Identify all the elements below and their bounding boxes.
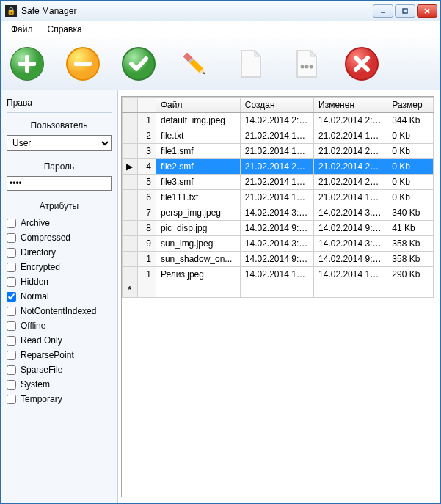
attr-row[interactable]: Temporary	[7, 392, 112, 406]
cell-size[interactable]: 0 Kb	[387, 159, 434, 175]
attr-checkbox[interactable]	[7, 233, 16, 243]
cell-size[interactable]: 0 Kb	[387, 175, 434, 190]
table-row[interactable]: 1default_img.jpeg14.02.2014 2:54:...14.0…	[123, 113, 434, 128]
cell-created[interactable]: 14.02.2014 9:43:...	[240, 252, 313, 267]
attr-checkbox[interactable]	[7, 277, 16, 287]
cell-file[interactable]: sun_shadow_on...	[156, 252, 240, 267]
cell-created[interactable]: 21.02.2014 17:2...	[240, 144, 313, 159]
cell-file[interactable]: file111.txt	[156, 190, 240, 205]
cell-modified[interactable]: 21.02.2014 21:4...	[314, 144, 387, 159]
cell-created[interactable]: 21.02.2014 17:2...	[240, 128, 313, 144]
table-row[interactable]: 6file111.txt21.02.2014 17:2...21.02.2014…	[123, 190, 434, 205]
attr-row[interactable]: Offline	[7, 318, 112, 333]
col-rownum[interactable]	[137, 98, 156, 113]
attr-row[interactable]: Hidden	[7, 274, 112, 289]
delete-button[interactable]	[344, 46, 379, 81]
attr-checkbox[interactable]	[7, 307, 16, 316]
col-file[interactable]: Файл	[156, 98, 240, 113]
cell-file[interactable]: file.txt	[156, 128, 240, 144]
attr-checkbox[interactable]	[7, 395, 16, 404]
cell-size[interactable]: 290 Kb	[387, 267, 434, 282]
cell-size[interactable]: 0 Kb	[387, 128, 434, 144]
cell-file[interactable]: pic_disp.jpg	[156, 221, 240, 236]
cell-size[interactable]: 0 Kb	[387, 190, 434, 205]
cell-file[interactable]: default_img.jpeg	[156, 113, 240, 128]
edit-button[interactable]	[177, 46, 212, 81]
attr-row[interactable]: Compressed	[7, 230, 112, 245]
minimize-button[interactable]	[373, 4, 393, 18]
table-row[interactable]: 1Релиз.jpeg14.02.2014 12:5...14.02.2014 …	[123, 267, 434, 282]
attr-row[interactable]: Directory	[7, 245, 112, 260]
attr-checkbox[interactable]	[7, 380, 16, 390]
attr-checkbox[interactable]	[7, 219, 16, 228]
cell-created[interactable]: 14.02.2014 12:5...	[240, 267, 313, 282]
cell-size[interactable]: 0 Kb	[387, 144, 434, 159]
maximize-button[interactable]	[395, 4, 415, 18]
cell-created[interactable]: 14.02.2014 3:21:...	[240, 236, 313, 252]
attr-row[interactable]: NotContentIndexed	[7, 304, 112, 318]
cell-created[interactable]: 14.02.2014 9:30:...	[240, 221, 313, 236]
password-input[interactable]	[7, 176, 112, 191]
attr-checkbox[interactable]	[7, 292, 16, 302]
cell-modified[interactable]: 14.02.2014 2:54:...	[314, 113, 387, 128]
menu-file[interactable]: Файл	[4, 23, 40, 36]
cell-modified[interactable]: 21.02.2014 23:0...	[314, 175, 387, 190]
table-row[interactable]: ▶4file2.smf21.02.2014 22:5...21.02.2014 …	[123, 159, 434, 175]
cell-empty[interactable]	[240, 282, 313, 298]
cell-file[interactable]: sun_img.jpeg	[156, 236, 240, 252]
cell-modified[interactable]: 14.02.2014 9:29:...	[314, 221, 387, 236]
cell-size[interactable]: 41 Kb	[387, 221, 434, 236]
cell-created[interactable]: 14.02.2014 2:54:...	[240, 113, 313, 128]
cell-modified[interactable]: 14.02.2014 3:10:...	[314, 205, 387, 221]
col-modified[interactable]: Изменен	[314, 98, 387, 113]
table-row[interactable]: 3file1.smf21.02.2014 17:2...21.02.2014 2…	[123, 144, 434, 159]
cell-size[interactable]: 340 Kb	[387, 205, 434, 221]
attr-row[interactable]: Normal	[7, 289, 112, 304]
cell-empty[interactable]	[387, 282, 434, 298]
attr-checkbox[interactable]	[7, 351, 16, 360]
attr-checkbox[interactable]	[7, 248, 16, 258]
cell-empty[interactable]	[314, 282, 387, 298]
cell-created[interactable]: 21.02.2014 22:5...	[240, 159, 313, 175]
attr-row[interactable]: SparseFile	[7, 362, 112, 377]
table-row[interactable]: 1sun_shadow_on...14.02.2014 9:43:...14.0…	[123, 252, 434, 267]
cell-modified[interactable]: 21.02.2014 17:2...	[314, 190, 387, 205]
col-size[interactable]: Размер	[387, 98, 434, 113]
attr-row[interactable]: Read Only	[7, 333, 112, 348]
cell-modified[interactable]: 14.02.2014 3:21:...	[314, 236, 387, 252]
close-button[interactable]	[417, 4, 437, 18]
cell-file[interactable]: file1.smf	[156, 144, 240, 159]
col-indicator[interactable]	[123, 98, 138, 113]
attr-checkbox[interactable]	[7, 321, 16, 331]
attr-row[interactable]: System	[7, 377, 112, 392]
attr-row[interactable]: Archive	[7, 216, 112, 230]
attr-row[interactable]: ReparsePoint	[7, 348, 112, 362]
attr-checkbox[interactable]	[7, 365, 16, 375]
cell-file[interactable]: persp_img.jpeg	[156, 205, 240, 221]
apply-button[interactable]	[121, 46, 156, 81]
cell-created[interactable]: 21.02.2014 17:5...	[240, 175, 313, 190]
table-row[interactable]: 8pic_disp.jpg14.02.2014 9:30:...14.02.20…	[123, 221, 434, 236]
new-doc-button[interactable]	[233, 46, 268, 81]
table-row[interactable]: 7persp_img.jpeg14.02.2014 3:10:...14.02.…	[123, 205, 434, 221]
cell-modified[interactable]: 21.02.2014 17:2...	[314, 128, 387, 144]
col-created[interactable]: Создан	[240, 98, 313, 113]
cell-file[interactable]: file2.smf	[156, 159, 240, 175]
table-row[interactable]: 9sun_img.jpeg14.02.2014 3:21:...14.02.20…	[123, 236, 434, 252]
cell-modified[interactable]: 21.02.2014 22:5...	[314, 159, 387, 175]
cell-file[interactable]: file3.smf	[156, 175, 240, 190]
cell-created[interactable]: 21.02.2014 17:2...	[240, 190, 313, 205]
attr-checkbox[interactable]	[7, 336, 16, 346]
cell-modified[interactable]: 14.02.2014 12:5...	[314, 267, 387, 282]
table-row[interactable]: 2file.txt21.02.2014 17:2...21.02.2014 17…	[123, 128, 434, 144]
attr-checkbox[interactable]	[7, 263, 16, 272]
file-grid[interactable]: Файл Создан Изменен Размер 1default_img.…	[121, 96, 434, 497]
cell-modified[interactable]: 14.02.2014 9:43:...	[314, 252, 387, 267]
menu-help[interactable]: Справка	[40, 23, 90, 36]
cell-size[interactable]: 344 Kb	[387, 113, 434, 128]
remove-button[interactable]	[65, 46, 101, 81]
cell-size[interactable]: 358 Kb	[387, 236, 434, 252]
add-button[interactable]	[10, 46, 45, 81]
cell-created[interactable]: 14.02.2014 3:10:...	[240, 205, 313, 221]
new-row[interactable]: *	[123, 282, 434, 298]
